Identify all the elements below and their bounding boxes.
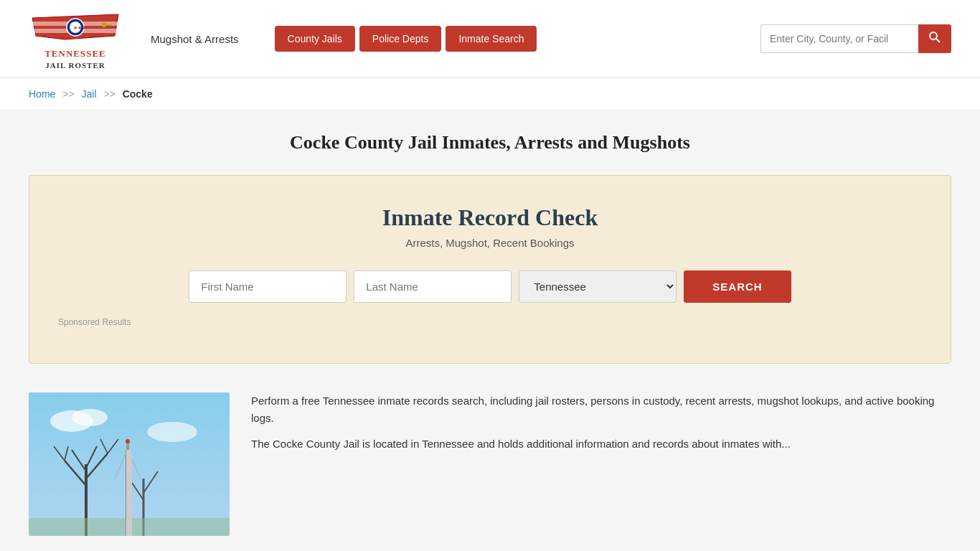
svg-text:★★★: ★★★ (73, 25, 86, 30)
search-icon (928, 31, 941, 44)
header-search (760, 24, 951, 53)
record-check-title: Inmate Record Check (58, 204, 922, 231)
nav-buttons: County Jails Police Depts Inmate Search (275, 26, 537, 52)
breadcrumb: Home >> Jail >> Cocke (0, 78, 980, 110)
record-search-button[interactable]: SEARCH (684, 270, 791, 303)
breadcrumb-current: Cocke (123, 88, 153, 100)
svg-point-31 (126, 439, 130, 443)
last-name-input[interactable] (354, 270, 512, 303)
bottom-text: Perform a free Tennessee inmate records … (251, 392, 951, 461)
svg-point-7 (102, 23, 106, 27)
county-jails-button[interactable]: County Jails (275, 26, 355, 52)
record-check-box: Inmate Record Check Arrests, Mugshot, Re… (29, 175, 951, 364)
breadcrumb-home[interactable]: Home (29, 88, 55, 100)
page-title: Cocke County Jail Inmates, Arrests and M… (29, 132, 951, 154)
svg-point-13 (72, 409, 108, 426)
site-header: ★★★ TENNESSEE JAIL ROSTER Mugshot & Arre… (0, 0, 980, 78)
inmate-search-button[interactable]: Inmate Search (446, 26, 537, 52)
svg-rect-8 (106, 24, 112, 26)
logo-icon: ★★★ (29, 7, 122, 47)
bottom-content: Perform a free Tennessee inmate records … (29, 392, 951, 536)
svg-rect-30 (126, 443, 129, 453)
breadcrumb-jail[interactable]: Jail (82, 88, 97, 100)
location-image (29, 392, 230, 536)
state-select[interactable]: Tennessee Alabama Alaska Arizona Arkansa… (519, 270, 677, 303)
main-content: Cocke County Jail Inmates, Arrests and M… (0, 110, 980, 551)
logo-text: TENNESSEE JAIL ROSTER (44, 48, 106, 70)
svg-point-14 (147, 422, 197, 442)
header-search-input[interactable] (760, 24, 918, 53)
header-search-button[interactable] (918, 24, 951, 53)
inmate-search-form: Tennessee Alabama Alaska Arizona Arkansa… (58, 270, 922, 303)
breadcrumb-sep2: >> (103, 88, 115, 100)
svg-line-10 (936, 39, 940, 42)
first-name-input[interactable] (189, 270, 347, 303)
location-image-svg (29, 392, 230, 536)
sponsored-label: Sponsored Results (58, 317, 922, 327)
bottom-paragraph-1: Perform a free Tennessee inmate records … (251, 392, 951, 427)
record-check-subtitle: Arrests, Mugshot, Recent Bookings (58, 237, 922, 249)
mugshot-link[interactable]: Mugshot & Arrests (151, 33, 239, 45)
svg-point-9 (930, 32, 937, 39)
breadcrumb-sep1: >> (62, 88, 74, 100)
svg-rect-32 (29, 518, 230, 536)
logo[interactable]: ★★★ TENNESSEE JAIL ROSTER (29, 7, 122, 70)
police-depts-button[interactable]: Police Depts (359, 26, 442, 52)
bottom-paragraph-2: The Cocke County Jail is located in Tenn… (251, 435, 951, 453)
svg-rect-27 (126, 450, 130, 536)
